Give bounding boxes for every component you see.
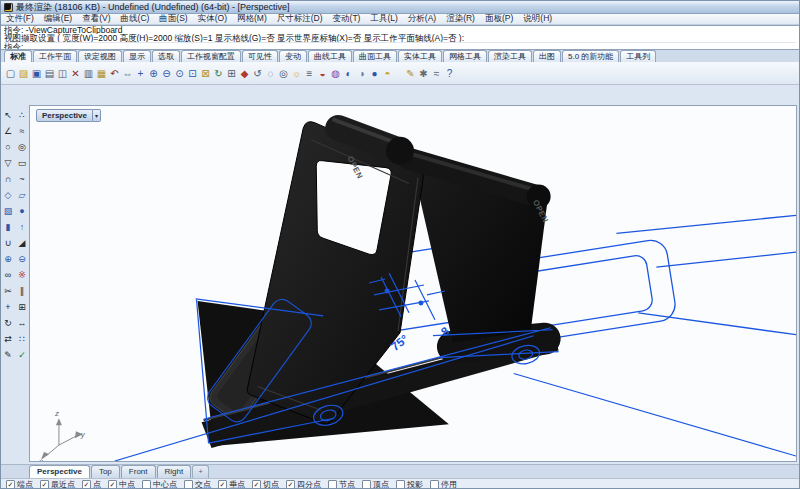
tab-solid-tools[interactable]: 实体工具	[398, 50, 442, 62]
checkbox-icon[interactable]	[362, 480, 371, 489]
circle-tool[interactable]: ○	[2, 139, 15, 154]
checkbox-icon[interactable]	[328, 480, 337, 489]
ellipse-tool[interactable]: ◎	[16, 139, 29, 154]
checkbox-icon[interactable]	[430, 480, 439, 489]
freeform-tool[interactable]: ~	[16, 171, 29, 186]
tab-select[interactable]: 选取	[152, 50, 180, 62]
viewport-layout-icon[interactable]: ⊞	[225, 65, 238, 82]
move-tool[interactable]: +	[2, 299, 15, 314]
show-object-icon[interactable]: ◎	[277, 65, 290, 82]
notes-icon[interactable]: ✎	[404, 65, 417, 82]
rectangle-tool[interactable]: ▭	[16, 155, 29, 170]
paste-icon[interactable]: ▦	[95, 65, 108, 82]
boolean-union-tool[interactable]: ⊕	[2, 251, 15, 266]
arc-tool[interactable]: ∩	[2, 171, 15, 186]
polyline-tool[interactable]: ∠	[2, 123, 15, 138]
scale-tool[interactable]: ↔	[16, 315, 29, 330]
osnap-near[interactable]: 最近点	[40, 479, 75, 489]
split-tool[interactable]: ∥	[16, 283, 29, 298]
history-icon[interactable]: ≈	[430, 65, 443, 82]
tab-set-view[interactable]: 设定视图	[78, 50, 122, 62]
chamfer-tool[interactable]: ◢	[16, 235, 29, 250]
rotate-view-icon[interactable]: ↻	[212, 65, 225, 82]
menu-edit[interactable]: 编辑(E)	[39, 13, 77, 25]
osnap-perpendicular[interactable]: 垂点	[218, 479, 245, 489]
plane-tool[interactable]: ▱	[16, 187, 29, 202]
tab-cplanes[interactable]: 工作平面	[33, 50, 77, 62]
hide-object-icon[interactable]: ◌	[264, 65, 277, 82]
copy-tool[interactable]: ⊞	[16, 299, 29, 314]
join-tool[interactable]: ∞	[2, 267, 15, 282]
zoom-in-icon[interactable]: ⊕	[147, 65, 160, 82]
curve-tool[interactable]: ≈	[16, 123, 29, 138]
tab-display[interactable]: 显示	[123, 50, 151, 62]
undo-view-icon[interactable]: ↺	[251, 65, 264, 82]
osnap-quadrant[interactable]: 四分点	[286, 479, 321, 489]
menu-mesh[interactable]: 网格(M)	[232, 13, 272, 25]
osnap-center[interactable]: 中心点	[142, 479, 177, 489]
tab-visibility[interactable]: 可见性	[242, 50, 278, 62]
box-tool[interactable]: ▧	[2, 203, 15, 218]
osnap-project[interactable]: 投影	[396, 479, 423, 489]
checkbox-icon[interactable]	[218, 480, 227, 489]
menu-transform[interactable]: 变动(T)	[328, 13, 366, 25]
checkbox-icon[interactable]	[6, 480, 15, 489]
checkbox-icon[interactable]	[108, 480, 117, 489]
osnap-disable[interactable]: 停用	[430, 479, 457, 489]
menu-surface[interactable]: 曲面(S)	[154, 13, 192, 25]
menu-view[interactable]: 查看(V)	[77, 13, 115, 25]
named-view-icon[interactable]: ◆	[238, 65, 251, 82]
zoom-out-icon[interactable]: ⊖	[160, 65, 173, 82]
tab-mesh-tools[interactable]: 网格工具	[443, 50, 487, 62]
render-icon[interactable]: ◒	[316, 65, 329, 82]
pan-view-icon[interactable]: ⇔	[121, 65, 134, 82]
open-file-icon[interactable]: ▨	[17, 65, 30, 82]
viewport-tab-right[interactable]: Right	[157, 465, 192, 478]
sphere-tool[interactable]: ●	[16, 203, 29, 218]
explode-tool[interactable]: ※	[16, 267, 29, 282]
viewport-menu-arrow-icon[interactable]: ▾	[93, 109, 101, 122]
export-icon[interactable]: ◫	[56, 65, 69, 82]
command-prompt[interactable]: 指令:	[4, 42, 796, 50]
viewport-tab-front[interactable]: Front	[121, 465, 156, 478]
menu-file[interactable]: 文件(F)	[1, 13, 39, 25]
extrude-tool[interactable]: ↑	[16, 219, 29, 234]
select-tool[interactable]: ↖	[2, 107, 15, 122]
zoom-dynamic-icon[interactable]: ⊙	[173, 65, 186, 82]
color-wheel-icon[interactable]: ◍	[329, 65, 342, 82]
check-tool[interactable]: ✓	[16, 347, 29, 362]
lamp-icon[interactable]: ☼	[290, 65, 303, 82]
point-tool[interactable]: ∴	[16, 107, 29, 122]
checkbox-icon[interactable]	[82, 480, 91, 489]
menu-help[interactable]: 说明(H)	[518, 13, 557, 25]
undo-icon[interactable]: ↶	[108, 65, 121, 82]
viewport-canvas[interactable]: OPEN OPEN	[30, 106, 796, 461]
delete-icon[interactable]: ✕	[69, 65, 82, 82]
osnap-tangent[interactable]: 切点	[252, 479, 279, 489]
save-icon[interactable]: ▣	[30, 65, 43, 82]
osnap-point[interactable]: 点	[82, 479, 101, 489]
tab-standard[interactable]: 标准	[4, 50, 32, 62]
menu-panels[interactable]: 面板(P)	[480, 13, 518, 25]
checkbox-icon[interactable]	[252, 480, 261, 489]
new-file-icon[interactable]: ▢	[4, 65, 17, 82]
surface-tool[interactable]: ◇	[2, 187, 15, 202]
tab-drafting[interactable]: 出图	[533, 50, 561, 62]
print-icon[interactable]: ▤	[43, 65, 56, 82]
osnap-mid[interactable]: 中点	[108, 479, 135, 489]
viewport-title[interactable]: Perspective	[36, 109, 93, 122]
checkbox-icon[interactable]	[142, 480, 151, 489]
spotlight-icon[interactable]: ◓	[381, 65, 394, 82]
dimension-tool[interactable]: ✎	[2, 347, 15, 362]
render-sphere-icon[interactable]: ●	[368, 65, 381, 82]
command-area[interactable]: 指令: -ViewCaptureToClipboard 视图撷取设置 ( 宽度(…	[1, 25, 799, 50]
osnap-vertex[interactable]: 顶点	[362, 479, 389, 489]
checkbox-icon[interactable]	[286, 480, 295, 489]
shaded-view-icon[interactable]: ◐	[342, 65, 355, 82]
tab-viewport-layout[interactable]: 工作视窗配置	[181, 50, 241, 62]
mirror-tool[interactable]: ⇄	[2, 331, 15, 346]
checkbox-icon[interactable]	[184, 480, 193, 489]
fillet-tool[interactable]: ∪	[2, 235, 15, 250]
help-icon[interactable]: ?	[443, 65, 456, 82]
options-icon[interactable]: ✱	[417, 65, 430, 82]
